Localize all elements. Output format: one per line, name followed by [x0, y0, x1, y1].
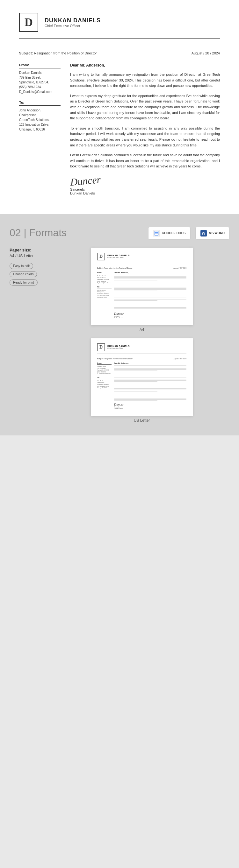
- subject-label: Subject:: [19, 51, 33, 55]
- mini-subject-text-us: Subject: Resignation from the Position o…: [97, 358, 133, 360]
- mini-to-us: To:: [97, 376, 111, 379]
- us-text-line-14: [114, 399, 186, 400]
- letter-date: August / 28 / 2024: [191, 51, 220, 55]
- us-text-line-13: [114, 398, 186, 399]
- text-line-12: [114, 300, 157, 301]
- paragraph-3: To ensure a smooth transition, I am comm…: [70, 126, 220, 148]
- text-line-1: [114, 275, 186, 275]
- ms-word-icon: W: [200, 230, 207, 237]
- mini-body-a4: From: Dunkan Daniels789 Elm Street,Sprin…: [97, 272, 186, 319]
- text-line-14: [114, 308, 186, 309]
- google-docs-button[interactable]: GOODLE DOCS: [148, 227, 191, 240]
- formats-title: 02 | Formats: [9, 227, 67, 239]
- sig-name: Dunkan Daniels: [70, 191, 220, 195]
- formats-sidebar: Paper size: A4 / US Letter Easy to edit …: [9, 248, 48, 423]
- text-line-11: [114, 299, 186, 300]
- mini-sig-us: Duncer: [114, 403, 186, 406]
- mini-name-us: DUNKAN DANIELS: [107, 345, 130, 347]
- easy-to-edit-label: Easy to edit: [13, 264, 30, 268]
- ready-for-print-badge[interactable]: Ready for print: [9, 279, 37, 285]
- mini-date-us: August / 28 / 2024: [174, 358, 186, 360]
- mini-sig-a4: Duncer: [114, 312, 186, 315]
- to-address: John Anderson, Chairperson,GreenTech Sol…: [19, 108, 60, 132]
- easy-to-edit-badge[interactable]: Easy to edit: [9, 263, 33, 269]
- mini-from-address-a4: Dunkan Daniels789 Elm Street,Springfield…: [97, 275, 111, 284]
- formats-layout: Paper size: A4 / US Letter Easy to edit …: [9, 248, 230, 423]
- paper-size-label: Paper size:: [9, 248, 48, 252]
- mini-name-block-us: DUNKAN DANIELS Chief Executive Officer: [107, 345, 130, 349]
- change-colors-badge[interactable]: Change colors: [9, 271, 37, 277]
- subject-text: Subject: Resignation from the Position o…: [19, 51, 97, 55]
- logo-letter: D: [25, 16, 33, 29]
- formats-title-block: 02 | Formats: [9, 227, 67, 239]
- us-text-line-1: [114, 365, 186, 366]
- formats-label: Formats: [29, 227, 67, 239]
- mini-logo-a4: D: [97, 253, 105, 260]
- mini-name-block-a4: DUNKAN DANIELS Chief Executive Officer: [107, 254, 130, 258]
- letter-header: D DUNKAN DANIELS Chief Executive Officer: [19, 13, 220, 38]
- us-text-line-3: [114, 368, 186, 369]
- mini-title-us: Chief Executive Officer: [107, 347, 130, 349]
- from-block: From: Dunkan Daniels 789 Elm Street,Spri…: [19, 63, 60, 94]
- letter-content: Dear Mr. Anderson, I am writing to forma…: [70, 63, 220, 169]
- text-line-2: [114, 276, 186, 277]
- mini-from-address-us: Dunkan Daniels789 Elm Street,Springfield…: [97, 366, 111, 375]
- formats-section: 02 | Formats GOODLE DOCS: [0, 214, 239, 435]
- text-line-5: [114, 280, 157, 280]
- google-docs-label: GOODLE DOCS: [162, 231, 186, 235]
- paragraph-1: I am writing to formally announce my res…: [70, 72, 220, 89]
- from-label: From:: [19, 63, 60, 68]
- us-text-line-11: [114, 390, 186, 390]
- mini-to-address-us: John Anderson,Chairperson,GreenTech Solu…: [97, 380, 111, 389]
- mini-header-a4: D DUNKAN DANIELS Chief Executive Officer: [97, 253, 186, 263]
- text-line-3: [114, 277, 186, 278]
- author-title: Chief Executive Officer: [45, 24, 101, 28]
- mini-salutation-us: Dear Mr. Anderson,: [114, 362, 186, 364]
- formats-number: 02: [9, 227, 21, 239]
- mini-subject-text-a4: Subject: Resignation from the Position o…: [97, 267, 133, 269]
- subject-value: Resignation from the Position of Directo…: [34, 51, 97, 55]
- mini-logo-us: D: [97, 343, 105, 351]
- mini-to-a4: To:: [97, 286, 111, 288]
- mini-right-us: Dear Mr. Anderson,: [114, 362, 186, 409]
- mini-name-a4: DUNKAN DANIELS: [107, 254, 130, 256]
- logo-box: D: [19, 13, 38, 32]
- text-line-6: [114, 287, 186, 287]
- us-letter-caption: US Letter: [134, 418, 150, 423]
- mini-subject-a4: Subject: Resignation from the Position o…: [97, 267, 186, 269]
- text-line-9: [114, 290, 157, 291]
- us-text-line-7: [114, 379, 186, 379]
- text-line-8: [114, 289, 186, 290]
- ms-word-label: MS WORD: [209, 231, 225, 235]
- ms-word-button[interactable]: W MS WORD: [195, 227, 230, 240]
- format-app-buttons: GOODLE DOCS W MS WORD: [148, 227, 230, 240]
- mini-to-address-a4: John Anderson,Chairperson,GreenTech Solu…: [97, 289, 111, 298]
- us-letter-mini-letter: D DUNKAN DANIELS Chief Executive Officer…: [91, 338, 193, 416]
- from-address: Dunkan Daniels 789 Elm Street,Springfiel…: [19, 70, 60, 94]
- mini-right-a4: Dear Mr. Anderson,: [114, 272, 186, 319]
- from-address-lines: 789 Elm Street,Springfield, IL 62704.(55…: [19, 75, 60, 94]
- paragraph-4: I wish GreenTech Solutions continued suc…: [70, 152, 220, 169]
- mini-from-a4: From:: [97, 272, 111, 274]
- to-address-lines: Chairperson,GreenTech Solutions.123 Inno…: [19, 113, 60, 132]
- mini-subject-us: Subject: Resignation from the Position o…: [97, 358, 186, 360]
- google-docs-icon: [153, 230, 160, 237]
- us-text-line-2: [114, 367, 186, 367]
- mini-left-a4: From: Dunkan Daniels789 Elm Street,Sprin…: [97, 272, 111, 319]
- text-line-4: [114, 279, 186, 279]
- a4-preview-container: D DUNKAN DANIELS Chief Executive Officer…: [54, 248, 230, 332]
- paragraph-2: I want to express my deep gratitude for …: [70, 93, 220, 121]
- top-letter-section: D DUNKAN DANIELS Chief Executive Officer…: [0, 0, 239, 214]
- text-line-15: [114, 310, 157, 310]
- to-name: John Anderson,: [19, 108, 60, 113]
- mini-left-us: From: Dunkan Daniels789 Elm Street,Sprin…: [97, 362, 111, 409]
- from-name: Dunkan Daniels: [19, 70, 60, 75]
- sidebar-badges: Easy to edit Change colors Ready for pri…: [9, 262, 48, 287]
- mini-salutation-a4: Dear Mr. Anderson,: [114, 272, 186, 273]
- to-label: To:: [19, 101, 60, 106]
- us-text-line-9: [114, 381, 157, 382]
- mini-date-a4: August / 28 / 2024: [174, 267, 186, 269]
- us-text-line-4: [114, 369, 186, 370]
- signature-script: Duncer: [70, 175, 101, 187]
- text-line-7: [114, 288, 186, 289]
